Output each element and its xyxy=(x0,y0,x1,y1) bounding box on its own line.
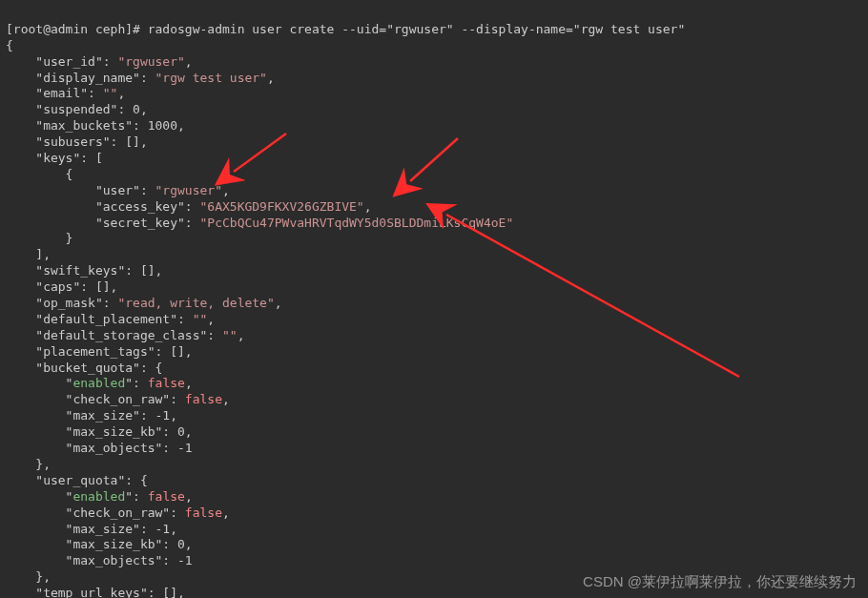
json-line: "user_id": xyxy=(6,54,117,69)
json-line: }, xyxy=(6,569,51,584)
json-line: "secret_key": xyxy=(6,216,200,230)
json-value: "" xyxy=(222,328,238,342)
json-line: "default_placement": xyxy=(6,312,193,326)
json-line: "default_storage_class": xyxy=(6,328,222,342)
json-line: "caps": [], xyxy=(6,279,117,294)
json-line: "max_size": -1, xyxy=(6,408,177,423)
watermark-text: CSDN @莱伊拉啊莱伊拉，你还要继续努力 xyxy=(583,572,857,591)
json-line: "max_objects": -1 xyxy=(6,553,193,567)
json-value: "read, write, delete" xyxy=(117,296,274,310)
json-line: "bucket_quota": { xyxy=(6,361,162,375)
json-line: "op_mask": xyxy=(6,296,117,310)
json-line: } xyxy=(6,231,72,245)
prompt-1: [root@admin ceph]# xyxy=(6,22,148,36)
json-false: false xyxy=(148,489,185,504)
json-value: "PcCbQCu47PWvaHRVTqdWY5d0SBLDDmiLKsCqW4o… xyxy=(200,216,514,230)
json-line: "check_on_raw": xyxy=(6,392,185,406)
json-line: "max_size_kb": 0, xyxy=(6,424,193,439)
json-line: "user_quota": { xyxy=(6,473,148,487)
json-line: "check_on_raw": xyxy=(6,505,185,520)
json-line: "keys": [ xyxy=(6,151,103,165)
json-line: { xyxy=(6,38,13,52)
json-value: "rgw test user" xyxy=(155,71,267,85)
json-line: "subusers": [], xyxy=(6,134,148,149)
json-line: "email": xyxy=(6,86,103,100)
command-line: radosgw-admin user create --uid="rgwuser… xyxy=(148,22,686,36)
json-line: "display_name": xyxy=(6,71,155,85)
json-line: " xyxy=(6,489,72,504)
json-line: " xyxy=(6,376,72,390)
json-line: "max_size_kb": 0, xyxy=(6,537,193,551)
json-line: "access_key": xyxy=(6,199,200,214)
json-key-enabled: enabled xyxy=(72,489,125,504)
json-value: "rgwuser" xyxy=(117,54,184,69)
json-line: "placement_tags": [], xyxy=(6,344,193,359)
json-line: "suspended": 0, xyxy=(6,102,148,116)
terminal-output: [root@admin ceph]# radosgw-admin user cr… xyxy=(6,6,862,598)
json-value: "" xyxy=(103,86,118,100)
json-line: { xyxy=(6,167,72,181)
json-line: "max_objects": -1 xyxy=(6,441,193,455)
json-line: "max_size": -1, xyxy=(6,522,177,536)
json-line: "swift_keys": [], xyxy=(6,263,162,278)
json-line: }, xyxy=(6,457,51,471)
json-line: "max_buckets": 1000, xyxy=(6,118,185,133)
json-line: "temp_url_keys": [], xyxy=(6,586,185,598)
json-key-enabled: enabled xyxy=(72,376,125,390)
json-false: false xyxy=(185,392,222,406)
json-line: ], xyxy=(6,247,51,261)
json-false: false xyxy=(148,376,185,390)
json-value: "6AX5KGD9FKXV26GZBIVE" xyxy=(200,199,364,214)
json-line: "user": xyxy=(6,183,155,197)
json-value: "" xyxy=(193,312,208,326)
json-false: false xyxy=(185,505,222,520)
json-value: "rgwuser" xyxy=(155,183,222,197)
